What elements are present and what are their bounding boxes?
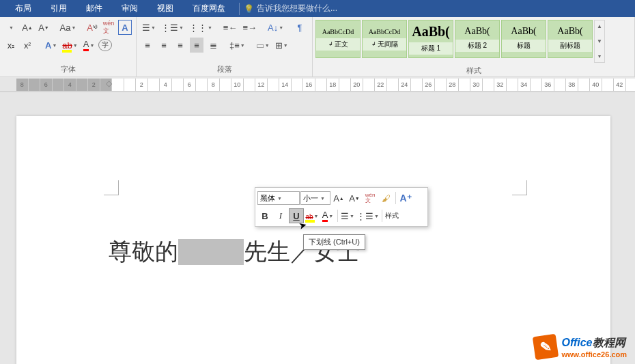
separator xyxy=(382,210,382,222)
paragraph-group-label: 段落 xyxy=(141,64,308,75)
mini-bullets-button[interactable]: ☰▼ xyxy=(340,208,355,223)
mini-styles-label[interactable]: 样式 xyxy=(384,208,399,223)
mini-phonetic-button[interactable]: wén文 xyxy=(363,191,378,206)
scroll-down-icon[interactable]: ▼ xyxy=(597,38,602,44)
tab-references[interactable]: 引用 xyxy=(41,0,76,17)
tab-baidu-disk[interactable]: 百度网盘 xyxy=(183,0,235,17)
ruler[interactable]: 8 6 4 2 24681012141618202224262830323436… xyxy=(0,77,635,92)
mini-font-name-select[interactable]: 黑体▼ xyxy=(257,191,300,205)
increase-indent-button[interactable]: ≡→ xyxy=(241,20,258,35)
text-before: 尊敬的 xyxy=(109,236,178,268)
watermark-url: www.office26.com xyxy=(561,350,627,359)
mini-underline-button[interactable]: U xyxy=(289,208,304,223)
tab-layout[interactable]: 布局 xyxy=(5,0,41,17)
mini-numbering-button[interactable]: ⋮☰▼ xyxy=(356,208,380,223)
tab-mailings[interactable]: 邮件 xyxy=(76,0,112,17)
style-heading2[interactable]: AaBb( 标题 2 xyxy=(455,20,500,58)
grow-font-button[interactable]: A▲ xyxy=(20,20,34,35)
mini-font-color-button[interactable]: A▼ xyxy=(320,208,335,223)
mini-format-painter-button[interactable]: 🖌 xyxy=(378,191,393,206)
clear-format-button[interactable]: A༄ xyxy=(85,20,99,35)
scroll-up-icon[interactable]: ▲ xyxy=(597,23,602,29)
bullets-button[interactable]: ☰▼ xyxy=(141,20,157,35)
tab-view[interactable]: 视图 xyxy=(147,0,183,17)
watermark: ✎ Office教程网 www.office26.com xyxy=(534,335,627,359)
decrease-indent-button[interactable]: ≡← xyxy=(222,20,239,35)
subscript-button[interactable]: x₂ xyxy=(4,38,18,53)
styles-group: AaBbCcDd ↲正文 AaBbCcDd ↲无间隔 AaBb( 标题 1 Aa… xyxy=(313,17,635,76)
mini-bold-button[interactable]: B xyxy=(257,208,272,223)
align-center-button[interactable]: ≡ xyxy=(157,38,171,53)
numbering-button[interactable]: ⋮☰▼ xyxy=(160,20,185,35)
mini-grow-font-button[interactable]: A▲ xyxy=(331,191,346,206)
ribbon: ▼ A▲ A▼ Aa▼ A༄ wén文 A x₂ x² A▼ ab▼ A▼ 字 … xyxy=(0,17,635,77)
margin-corner-tl xyxy=(104,180,119,195)
font-group-label: 字体 xyxy=(4,64,132,75)
ribbon-tabs-bar: 布局 引用 邮件 审阅 视图 百度网盘 💡 告诉我您想要做什么... xyxy=(0,0,635,17)
sort-button[interactable]: A↓▼ xyxy=(266,20,285,35)
mini-font-size-select[interactable]: 小一▼ xyxy=(300,191,330,205)
font-color-button[interactable]: A▼ xyxy=(82,38,96,53)
style-heading1[interactable]: AaBb( 标题 1 xyxy=(408,20,453,58)
change-case-button[interactable]: Aa▼ xyxy=(59,20,76,35)
enclose-char-button[interactable]: 字 xyxy=(98,39,112,51)
margin-corner-tr xyxy=(512,180,527,195)
font-group: ▼ A▲ A▼ Aa▼ A༄ wén文 A x₂ x² A▼ ab▼ A▼ 字 … xyxy=(0,17,137,76)
shading-button[interactable]: ▭▼ xyxy=(255,38,271,53)
show-marks-button[interactable]: ¶ xyxy=(293,20,307,35)
watermark-title: Office教程网 xyxy=(561,336,627,350)
distribute-button[interactable]: ≣ xyxy=(206,38,220,53)
superscript-button[interactable]: x² xyxy=(20,38,34,53)
watermark-icon: ✎ xyxy=(533,334,559,360)
borders-button[interactable]: ⊞▼ xyxy=(274,38,290,53)
tell-me-search[interactable]: 告诉我您想要做什么... xyxy=(257,0,337,17)
scroll-more-icon[interactable]: ▾ xyxy=(598,53,601,59)
mini-italic-button[interactable]: I xyxy=(273,208,288,223)
align-left-button[interactable]: ≡ xyxy=(141,38,154,53)
separator xyxy=(337,210,338,222)
paragraph-group: ☰▼ ⋮☰▼ ⋮⋮▼ ≡← ≡→ A↓▼ ¶ ≡ ≡ ≡ ≡ ≣ ‡≡▼ xyxy=(137,17,313,76)
style-subtitle[interactable]: AaBb( 副标题 xyxy=(548,20,593,58)
mini-toolbar: 黑体▼ 小一▼ A▲ A▼ wén文 🖌 A⁺ B I U ab▼ A▼ ☰▼ … xyxy=(255,187,428,227)
character-border-button[interactable]: A xyxy=(118,20,132,35)
shrink-font-button[interactable]: A▼ xyxy=(37,20,51,35)
dropdown-icon[interactable]: ▼ xyxy=(4,20,18,35)
highlight-button[interactable]: ab▼ xyxy=(61,38,79,53)
indent-marker-icon[interactable]: ◇ xyxy=(106,79,112,88)
lightbulb-icon: 💡 xyxy=(244,4,254,14)
document-area: 尊敬的 先生／女士 xyxy=(0,92,635,364)
style-title[interactable]: AaBb( 标题 xyxy=(501,20,546,58)
text-selection[interactable] xyxy=(178,239,244,265)
tab-review[interactable]: 审阅 xyxy=(112,0,147,17)
gallery-scroll[interactable]: ▲ ▼ ▾ xyxy=(594,20,605,63)
menubar-divider xyxy=(239,3,240,15)
style-normal[interactable]: AaBbCcDd ↲正文 xyxy=(315,20,361,58)
justify-button[interactable]: ≡ xyxy=(190,38,203,53)
separator xyxy=(395,192,396,204)
mini-shrink-font-button[interactable]: A▼ xyxy=(347,191,362,206)
phonetic-guide-button[interactable]: wén文 xyxy=(102,20,115,35)
styles-group-label: 样式 xyxy=(313,66,634,76)
tooltip: 下划线 (Ctrl+U) xyxy=(303,234,365,250)
styles-gallery: AaBbCcDd ↲正文 AaBbCcDd ↲无间隔 AaBb( 标题 1 Aa… xyxy=(313,17,634,66)
text-effects-button[interactable]: A▼ xyxy=(44,38,58,53)
mini-highlight-button[interactable]: ab▼ xyxy=(305,208,320,223)
align-right-button[interactable]: ≡ xyxy=(173,38,187,53)
multilevel-list-button[interactable]: ⋮⋮▼ xyxy=(188,20,214,35)
mini-styles-button[interactable]: A⁺ xyxy=(398,191,413,206)
line-spacing-button[interactable]: ‡≡▼ xyxy=(228,38,246,53)
style-no-spacing[interactable]: AaBbCcDd ↲无间隔 xyxy=(362,20,407,58)
